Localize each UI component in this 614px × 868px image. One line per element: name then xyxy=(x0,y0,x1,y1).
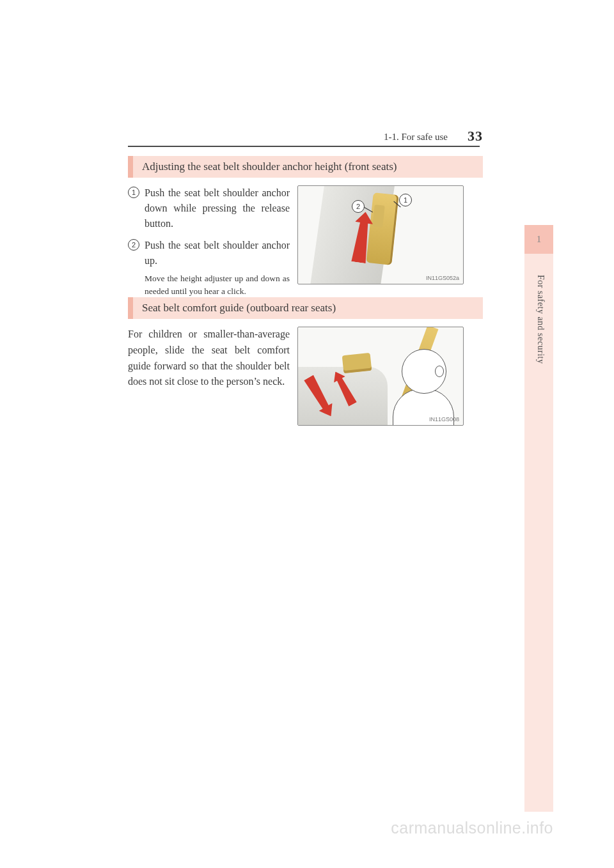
step-marker-icon: 1 xyxy=(128,187,139,198)
text-column: 1 Push the seat belt shoulder anchor dow… xyxy=(128,185,297,305)
step-2: 2 Push the seat belt shoulder anchor up.… xyxy=(128,238,290,298)
watermark: carmanualsonline.info xyxy=(391,819,553,837)
step-note: Move the height adjuster up and down as … xyxy=(145,272,290,298)
figure-callout: 2 xyxy=(352,200,365,213)
content-row: 1 Push the seat belt shoulder anchor dow… xyxy=(128,185,483,305)
heading-text: Adjusting the seat belt shoulder anchor … xyxy=(128,160,397,173)
figure-id: IN11GS008 xyxy=(429,416,459,422)
step-text: Push the seat belt shoulder anchor down … xyxy=(145,185,290,231)
heading-text: Seat belt comfort guide (outboard rear s… xyxy=(128,302,336,314)
step-1: 1 Push the seat belt shoulder anchor dow… xyxy=(128,185,290,231)
chapter-tab: 1 xyxy=(524,225,553,254)
figure-column: 1 2 IN11GS052a xyxy=(297,185,483,305)
figure-anchor-height: 1 2 IN11GS052a xyxy=(297,185,464,284)
step-text: Push the seat belt shoulder anchor up. xyxy=(145,238,290,268)
chapter-tab-label: 1 xyxy=(537,234,542,245)
page-number: 33 xyxy=(468,128,483,144)
side-title: For safety and security xyxy=(535,275,546,364)
section-anchor-height: Adjusting the seat belt shoulder anchor … xyxy=(0,156,483,305)
content-row: For children or smaller-than-average peo… xyxy=(128,327,483,426)
header-rule xyxy=(128,146,480,147)
heading-bar: Seat belt comfort guide (outboard rear s… xyxy=(128,297,483,319)
paragraph: For children or smaller-than-average peo… xyxy=(128,327,290,390)
manual-page: 1-1. For safe use 33 1 For safety and se… xyxy=(0,0,614,868)
figure-comfort-guide: IN11GS008 xyxy=(297,327,464,426)
figure-callout: 1 xyxy=(399,194,412,206)
section-number: 1-1. For safe use xyxy=(384,132,448,143)
heading-bar: Adjusting the seat belt shoulder anchor … xyxy=(128,156,483,178)
figure-id: IN11GS052a xyxy=(426,275,459,281)
figure-column: IN11GS008 xyxy=(297,327,483,426)
section-comfort-guide: Seat belt comfort guide (outboard rear s… xyxy=(0,297,483,426)
step-marker-icon: 2 xyxy=(128,239,139,251)
text-column: For children or smaller-than-average peo… xyxy=(128,327,297,426)
